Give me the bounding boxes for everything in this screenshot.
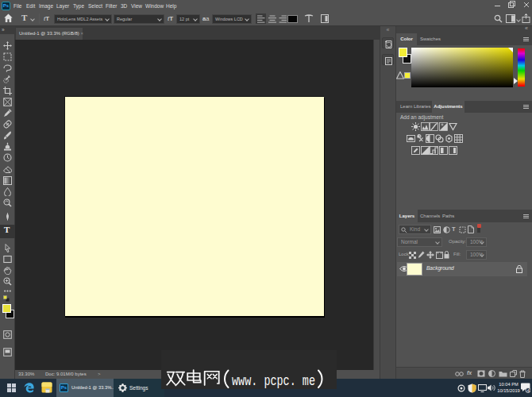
svg-text:www. pcpc. me: www. pcpc. me	[232, 372, 315, 390]
